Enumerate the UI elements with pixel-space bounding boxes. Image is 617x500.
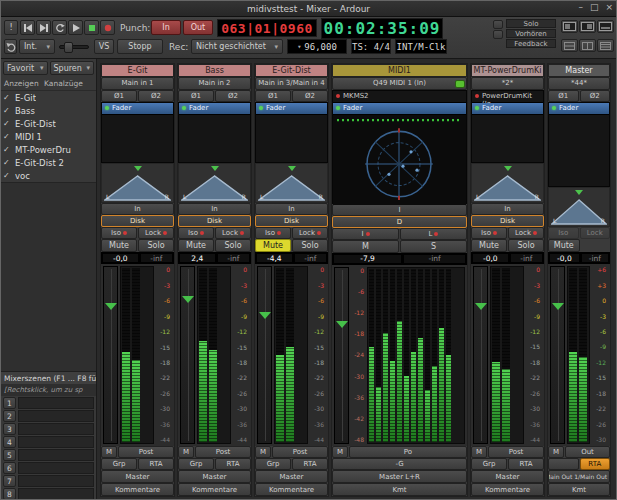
phase-1-button[interactable]: Ø1 bbox=[548, 90, 579, 102]
strip-name-button[interactable]: Master bbox=[548, 64, 610, 77]
mute-button[interactable]: Mute bbox=[101, 239, 137, 252]
track-list-item[interactable]: ✓MIDI 1 bbox=[1, 130, 96, 143]
group-button[interactable]: Grp bbox=[178, 458, 214, 470]
strip-input-button[interactable]: *44* bbox=[548, 77, 610, 90]
pan-widget[interactable]: L R bbox=[471, 163, 544, 203]
strip-name-button[interactable]: E-Git-Dist bbox=[255, 64, 328, 77]
go-to-end-button[interactable] bbox=[36, 20, 51, 35]
monitor-disk-button[interactable]: Disk bbox=[178, 215, 251, 227]
solo-lock-button[interactable]: Lock bbox=[508, 227, 544, 239]
timesig-display[interactable]: TS: 4/4 bbox=[351, 39, 391, 54]
output-button[interactable]: Master bbox=[101, 470, 174, 483]
meter-point-button[interactable]: M bbox=[255, 446, 271, 458]
metering-mode-button[interactable]: Po bbox=[349, 446, 467, 458]
mixer-scene-slot[interactable] bbox=[18, 436, 94, 448]
output-button[interactable]: Master bbox=[471, 470, 544, 483]
solo-button[interactable]: Solo bbox=[508, 239, 544, 252]
view-toggle-icon[interactable] bbox=[561, 39, 578, 52]
strip-input-button[interactable]: Q49 MIDI 1 (In) bbox=[332, 77, 467, 90]
gain-display[interactable]: -0,0 bbox=[472, 253, 509, 263]
mixer-scene-button[interactable]: 1 bbox=[3, 397, 16, 409]
processor-box[interactable]: Fader bbox=[548, 102, 610, 187]
mixer-scene-button[interactable]: 3 bbox=[3, 423, 16, 435]
solo-isolate-button[interactable]: Iso bbox=[178, 227, 214, 239]
monitor-input-button[interactable]: In bbox=[255, 203, 328, 215]
rta-button[interactable]: RTA bbox=[215, 458, 251, 470]
strip-name-button[interactable]: Bass bbox=[178, 64, 251, 77]
phase-2-button[interactable]: Ø2 bbox=[580, 90, 611, 102]
track-list-item[interactable]: ✓voc bbox=[1, 169, 96, 182]
group-button[interactable]: Grp bbox=[471, 458, 507, 470]
record-mode-combo[interactable]: Nicht geschichtet▾ bbox=[191, 39, 283, 54]
track-list-item[interactable]: ✓MT-PowerDru bbox=[1, 143, 96, 156]
fader-thumb[interactable] bbox=[105, 303, 117, 310]
group-button[interactable] bbox=[548, 458, 579, 470]
pan-widget[interactable]: L R bbox=[101, 163, 174, 203]
editor-window-icon[interactable] bbox=[561, 20, 578, 33]
fader-processor[interactable]: Fader bbox=[333, 103, 466, 115]
solo-lock-button[interactable]: Lock bbox=[138, 227, 174, 239]
phase-2-button[interactable]: Ø2 bbox=[138, 90, 174, 102]
monitor-input-button[interactable]: In bbox=[101, 203, 174, 215]
mixer-scene-slot[interactable] bbox=[18, 462, 94, 474]
audition-indicator[interactable]: Vorhören bbox=[506, 29, 556, 38]
fader-thumb[interactable] bbox=[336, 321, 348, 328]
comments-button[interactable]: Kommentare bbox=[255, 483, 328, 496]
comments-button[interactable]: Kmt bbox=[548, 483, 610, 496]
mute-button[interactable]: Mute bbox=[255, 239, 291, 252]
solo-isolate-button[interactable]: I bbox=[332, 228, 399, 240]
fader-thumb[interactable] bbox=[182, 296, 194, 303]
sync-display[interactable]: INT/M-Clk bbox=[395, 39, 447, 54]
mute-button[interactable]: Mute bbox=[471, 239, 507, 252]
track-list-item[interactable]: ✓E-Git-Dist bbox=[1, 117, 96, 130]
strip-input-button[interactable]: Main in 2 bbox=[178, 77, 251, 90]
comments-button[interactable]: Kommentare bbox=[101, 483, 174, 496]
solo-lock-button[interactable]: Lock bbox=[292, 227, 328, 239]
fader-processor[interactable]: Fader bbox=[549, 103, 609, 115]
strip-input-button[interactable]: Main in 3/Main in 4 bbox=[255, 77, 328, 90]
minimize-icon[interactable]: – bbox=[578, 2, 583, 12]
group-button[interactable]: Grp bbox=[255, 458, 291, 470]
rta-button[interactable]: RTA bbox=[580, 458, 611, 470]
processor-box[interactable]: MT-PowerDrumKit (In Fader bbox=[471, 90, 544, 164]
fader-processor[interactable]: Fader bbox=[472, 103, 543, 115]
monitor-disk-button[interactable]: D bbox=[332, 216, 467, 228]
sync-source-combo[interactable]: Int.▾ bbox=[19, 39, 55, 54]
rta-button[interactable]: RTA bbox=[138, 458, 174, 470]
phase-2-button[interactable]: Ø2 bbox=[292, 90, 328, 102]
solo-lock-button[interactable]: Lock bbox=[580, 227, 611, 239]
error-log-button[interactable]: ! bbox=[4, 20, 18, 35]
view-toggle-icon[interactable] bbox=[597, 39, 614, 52]
favorites-tab[interactable]: Favorit▾ bbox=[3, 61, 48, 75]
metering-mode-button[interactable]: Post bbox=[272, 446, 328, 458]
mixer-scene-slot[interactable] bbox=[18, 397, 94, 409]
mixer-scene-button[interactable]: 6 bbox=[3, 462, 16, 474]
status-led-button[interactable] bbox=[493, 30, 503, 39]
fader-slider[interactable] bbox=[257, 266, 272, 444]
monitor-input-button[interactable]: I bbox=[332, 204, 467, 216]
solo-button[interactable]: S bbox=[400, 240, 467, 253]
solo-lock-button[interactable]: Lock bbox=[215, 227, 251, 239]
pan-widget[interactable]: L R bbox=[178, 163, 251, 203]
view-toggle-icon[interactable] bbox=[579, 39, 596, 52]
varispeed-button[interactable]: VS bbox=[94, 39, 114, 54]
strip-name-button[interactable]: MT-PowerDrumKi bbox=[471, 64, 544, 77]
processor-active-led[interactable] bbox=[475, 106, 479, 110]
strip-name-button[interactable]: MIDI1 bbox=[332, 64, 467, 77]
fader-slider[interactable] bbox=[473, 266, 488, 444]
mixer-scene-slot[interactable] bbox=[18, 423, 94, 435]
comments-button[interactable]: Kommentare bbox=[178, 483, 251, 496]
mixer-scene-slot[interactable] bbox=[18, 488, 94, 500]
solo-button[interactable]: Solo bbox=[215, 239, 251, 252]
mixer-scene-slot[interactable] bbox=[18, 410, 94, 422]
peak-display[interactable]: -inf bbox=[217, 253, 250, 263]
processor-active-led[interactable] bbox=[336, 94, 340, 98]
solo-button[interactable]: Solo bbox=[292, 239, 328, 252]
maximize-icon[interactable]: □ bbox=[590, 2, 599, 12]
mixer-scene-button[interactable]: 8 bbox=[3, 488, 16, 500]
processor-active-led[interactable] bbox=[475, 94, 479, 98]
peak-display[interactable]: -inf bbox=[510, 253, 543, 263]
rta-button[interactable]: RTA bbox=[508, 458, 544, 470]
meter-point-button[interactable]: M bbox=[471, 446, 487, 458]
meter-point-button[interactable]: M bbox=[548, 446, 564, 458]
